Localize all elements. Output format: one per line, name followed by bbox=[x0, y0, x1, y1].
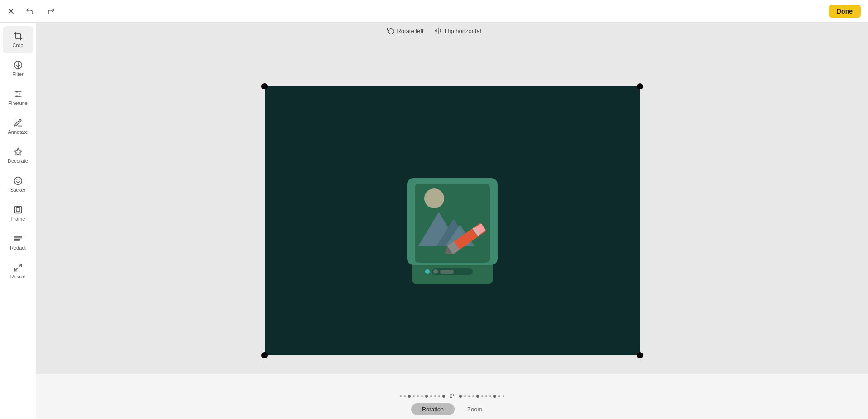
decorate-icon bbox=[14, 147, 23, 156]
sidebar-item-resize[interactable]: Resize bbox=[3, 258, 33, 285]
resize-icon bbox=[14, 263, 23, 272]
sidebar-item-frame[interactable]: Frame bbox=[3, 200, 33, 227]
canvas-area bbox=[36, 23, 868, 419]
sticker-icon bbox=[14, 176, 23, 185]
sidebar-item-crop[interactable]: Crop bbox=[3, 26, 33, 53]
ruler-dot bbox=[421, 395, 423, 397]
ruler-dot bbox=[476, 395, 479, 398]
tab-rotation[interactable]: Rotation bbox=[411, 403, 455, 415]
ruler-dot bbox=[417, 395, 419, 397]
ruler-dot bbox=[489, 395, 491, 397]
ruler-dot bbox=[408, 395, 411, 398]
sidebar: Crop Filter Finetune Annotate bbox=[0, 23, 36, 419]
ruler-dot bbox=[485, 395, 487, 397]
corner-handle-tr[interactable] bbox=[637, 83, 643, 89]
close-button[interactable]: ✕ bbox=[7, 7, 15, 16]
ruler-dot bbox=[493, 395, 496, 398]
sidebar-item-sticker-label: Sticker bbox=[10, 187, 26, 193]
corner-handle-bl[interactable] bbox=[261, 352, 268, 358]
redo-button[interactable] bbox=[44, 4, 58, 19]
ruler-dot bbox=[438, 395, 440, 397]
ruler-dot bbox=[498, 395, 500, 397]
top-bar-left: ✕ bbox=[7, 4, 58, 19]
sidebar-item-redact-label: Redact bbox=[10, 245, 26, 250]
rotate-left-icon bbox=[387, 27, 394, 34]
redact-icon bbox=[14, 234, 23, 243]
sidebar-item-resize-label: Resize bbox=[10, 274, 26, 279]
svg-point-9 bbox=[14, 177, 22, 185]
flip-horizontal-button[interactable]: Flip horizontal bbox=[435, 27, 481, 34]
ruler-dot bbox=[430, 395, 432, 397]
ruler-dot bbox=[425, 395, 428, 398]
ruler-dot bbox=[464, 395, 466, 397]
svg-rect-13 bbox=[16, 208, 19, 212]
tab-bar: Rotation Zoom bbox=[411, 403, 493, 415]
ruler-dot bbox=[503, 395, 504, 397]
sidebar-item-decorate-label: Decorate bbox=[8, 158, 28, 164]
annotate-icon bbox=[14, 118, 23, 127]
ruler-dots-right bbox=[459, 395, 504, 398]
image-canvas bbox=[265, 86, 640, 355]
svg-point-25 bbox=[433, 269, 438, 274]
svg-rect-26 bbox=[440, 270, 454, 274]
ruler-dot bbox=[459, 395, 462, 398]
sidebar-item-decorate[interactable]: Decorate bbox=[3, 142, 33, 169]
sidebar-item-crop-label: Crop bbox=[13, 42, 24, 48]
top-bar: ✕ Done bbox=[0, 0, 868, 23]
frame-icon bbox=[14, 205, 23, 214]
svg-point-29 bbox=[424, 188, 444, 208]
svg-point-5 bbox=[16, 91, 17, 92]
undo-button[interactable] bbox=[22, 4, 37, 19]
svg-line-20 bbox=[19, 264, 21, 267]
rotate-bar: Rotate left Flip horizontal bbox=[378, 23, 490, 39]
corner-handle-tl[interactable] bbox=[261, 83, 268, 89]
degree-label: 0° bbox=[450, 393, 455, 400]
svg-point-24 bbox=[425, 269, 430, 274]
sidebar-item-finetune[interactable]: Finetune bbox=[3, 84, 33, 111]
sidebar-item-finetune-label: Finetune bbox=[8, 100, 28, 106]
ruler-dot bbox=[442, 395, 445, 398]
svg-point-6 bbox=[18, 93, 19, 94]
ruler-dot bbox=[468, 395, 470, 397]
sidebar-item-annotate[interactable]: Annotate bbox=[3, 113, 33, 140]
done-button[interactable]: Done bbox=[829, 5, 861, 18]
svg-marker-8 bbox=[14, 148, 22, 155]
sidebar-item-frame-label: Frame bbox=[11, 216, 25, 221]
undo-icon bbox=[25, 7, 33, 15]
crop-icon bbox=[14, 32, 23, 41]
flip-horizontal-label: Flip horizontal bbox=[445, 28, 481, 34]
ruler-dot bbox=[434, 395, 436, 397]
tab-zoom[interactable]: Zoom bbox=[456, 403, 493, 415]
corner-handle-br[interactable] bbox=[637, 352, 643, 358]
svg-rect-12 bbox=[14, 207, 21, 213]
redo-icon bbox=[47, 7, 55, 15]
svg-point-7 bbox=[16, 95, 17, 97]
ruler-dot bbox=[481, 395, 483, 397]
ruler-dot bbox=[472, 395, 474, 397]
sidebar-item-annotate-label: Annotate bbox=[8, 129, 28, 135]
ruler-container: 0° bbox=[339, 393, 565, 400]
image-container bbox=[265, 86, 640, 355]
svg-line-21 bbox=[14, 268, 17, 271]
rotate-left-button[interactable]: Rotate left bbox=[387, 27, 423, 34]
sidebar-item-sticker[interactable]: Sticker bbox=[3, 171, 33, 198]
finetune-icon bbox=[14, 89, 23, 99]
ruler-dot bbox=[404, 395, 406, 397]
bottom-bar: 0° Rotation Zoom bbox=[36, 374, 868, 419]
rotate-left-label: Rotate left bbox=[397, 28, 423, 34]
ruler-dot bbox=[400, 395, 402, 397]
editor-illustration bbox=[387, 158, 518, 284]
ruler-dots-left bbox=[400, 395, 445, 398]
filter-icon bbox=[14, 61, 23, 70]
sidebar-item-filter-label: Filter bbox=[12, 71, 23, 77]
sidebar-item-filter[interactable]: Filter bbox=[3, 55, 33, 82]
sidebar-item-redact[interactable]: Redact bbox=[3, 229, 33, 256]
ruler-dot bbox=[413, 395, 415, 397]
flip-horizontal-icon bbox=[435, 27, 442, 34]
